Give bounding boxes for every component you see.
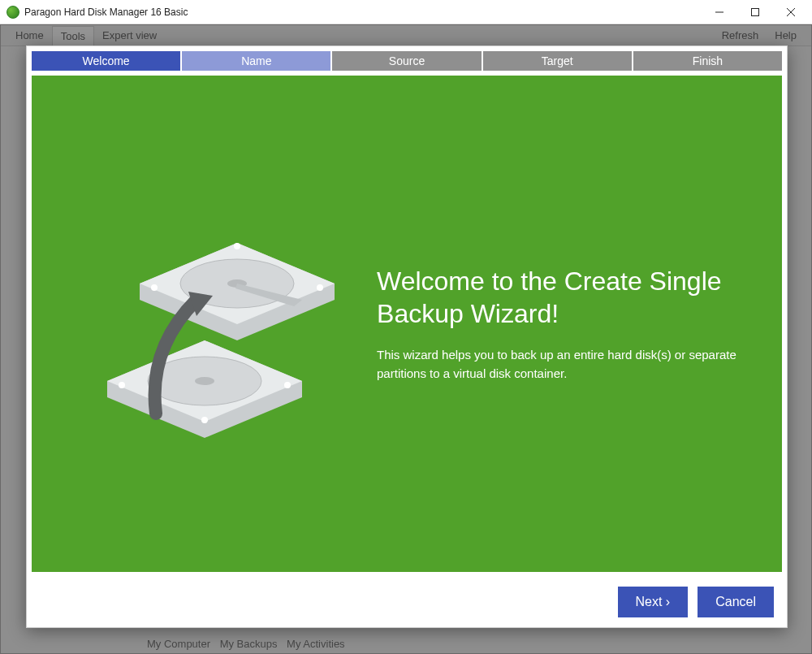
window-title: Paragon Hard Disk Manager 16 Basic — [24, 6, 702, 18]
step-name[interactable]: Name — [182, 51, 330, 71]
svg-rect-1 — [752, 8, 759, 15]
wizard-heading: Welcome to the Create Single Backup Wiza… — [377, 265, 758, 330]
svg-point-10 — [201, 417, 208, 423]
svg-point-16 — [151, 284, 158, 291]
svg-point-7 — [195, 377, 214, 385]
svg-point-18 — [234, 243, 240, 249]
step-finish[interactable]: Finish — [633, 51, 782, 71]
window-controls — [702, 0, 809, 24]
hard-drive-illustration — [32, 186, 377, 462]
step-source[interactable]: Source — [332, 51, 481, 71]
backup-wizard-modal: Welcome Name Source Target Finish — [26, 45, 788, 628]
wizard-steps: Welcome Name Source Target Finish — [27, 46, 787, 71]
close-button[interactable] — [773, 0, 809, 24]
maximize-button[interactable] — [737, 0, 773, 24]
wizard-text: Welcome to the Create Single Backup Wiza… — [377, 265, 782, 383]
svg-point-17 — [317, 284, 323, 291]
window-titlebar: Paragon Hard Disk Manager 16 Basic — [0, 0, 812, 24]
wizard-description: This wizard helps you to back up an enti… — [377, 346, 758, 383]
step-welcome[interactable]: Welcome — [32, 51, 180, 71]
svg-point-9 — [284, 382, 291, 388]
step-target[interactable]: Target — [483, 51, 632, 71]
app-icon — [6, 6, 19, 19]
next-button[interactable]: Next › — [618, 587, 689, 617]
cancel-button[interactable]: Cancel — [698, 587, 774, 617]
wizard-footer: Next › Cancel — [27, 577, 787, 627]
wizard-content: Welcome to the Create Single Backup Wiza… — [32, 76, 782, 572]
stacked-disks-icon — [67, 186, 343, 462]
svg-point-8 — [119, 382, 125, 388]
minimize-button[interactable] — [702, 0, 737, 24]
